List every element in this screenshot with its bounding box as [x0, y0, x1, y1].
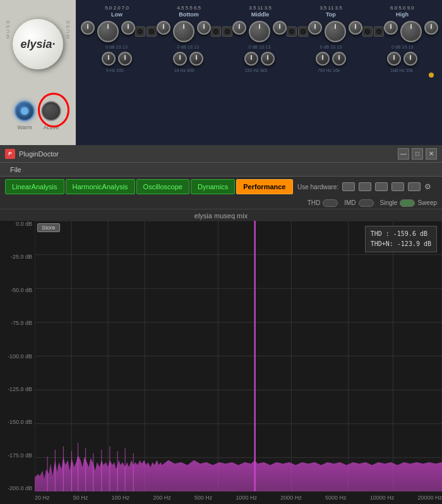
band-label-middle: Middle	[251, 11, 270, 18]
knob-top-1[interactable]	[308, 21, 322, 35]
knob-high-1[interactable]	[384, 21, 398, 35]
eq-settings-icon-8[interactable]: ⚙	[374, 26, 384, 37]
hw-icon-2[interactable]	[359, 182, 371, 191]
x-label-2khz: 2000 Hz	[280, 495, 302, 501]
knob-high-3[interactable]	[424, 21, 438, 35]
x-label-20hz: 20 Hz	[35, 495, 50, 501]
knob-freq-mid-2[interactable]	[261, 52, 275, 66]
x-label-5khz: 5000 Hz	[325, 495, 347, 501]
chart-container: Store THD : -159.6 dB THD+N: -123.9 dB 2…	[35, 221, 442, 504]
freq-numbers-1: 5.0 2.0 7.0	[105, 5, 129, 11]
hw-icon-5[interactable]	[408, 182, 421, 191]
thd-toggle[interactable]	[323, 199, 338, 207]
hw-icon-gear[interactable]: ⚙	[424, 182, 437, 191]
warm-button[interactable]	[15, 101, 35, 121]
freq-numbers-4: 3.5 11 3.5	[320, 5, 342, 11]
knob-mid-1[interactable]	[232, 21, 246, 35]
tab-linear-analysis[interactable]: LinearAnalysis	[5, 179, 64, 194]
freq-top: 0 dB 1S 13	[320, 45, 342, 49]
hw-icon-1[interactable]	[342, 182, 355, 191]
close-button[interactable]: ✕	[426, 148, 437, 160]
knob-bottom-2[interactable]	[173, 21, 194, 42]
x-axis: 20 Hz 50 Hz 100 Hz 200 Hz 500 Hz 1000 Hz…	[35, 491, 442, 504]
single-sweep-row: Single Sweep	[380, 199, 437, 207]
knob-bottom-1[interactable]	[157, 21, 170, 35]
knob-low-1[interactable]	[81, 21, 95, 35]
knob-low-3[interactable]	[121, 21, 135, 35]
menu-bar: File	[0, 163, 442, 177]
eq-settings-icon-3[interactable]: ⚙	[211, 26, 221, 37]
knob-mid-2[interactable]	[249, 21, 270, 42]
knob-freq-bottom-2[interactable]	[189, 52, 203, 66]
single-sweep-toggle[interactable]	[400, 199, 415, 207]
freq-bottom: 0 dB 1S 13	[177, 45, 199, 49]
knob-freq-mid-1[interactable]	[244, 52, 258, 66]
logo-circle: elysia·	[13, 19, 63, 69]
hw-icon-4[interactable]	[391, 182, 404, 191]
knob-freq-high-1[interactable]	[387, 52, 401, 66]
hz-top: 700 Hz 16k	[318, 68, 340, 73]
knob-row-bottom	[81, 50, 438, 67]
imd-label: IMD	[344, 199, 355, 206]
warm-button-group: Warm	[15, 101, 35, 131]
active-button[interactable]	[41, 101, 61, 121]
tab-performance[interactable]: Performance	[236, 179, 292, 194]
analysis-options: THD IMD Single Sweep	[0, 197, 442, 209]
active-button-group: Active	[41, 101, 61, 131]
eq-settings-icon-4[interactable]: ⚙	[222, 26, 232, 37]
y-label-8: -200.0 dB	[0, 485, 32, 491]
eq-settings-icon-2[interactable]: ⚙	[146, 26, 157, 37]
muse-label-right: MUSE	[65, 19, 71, 38]
knob-mid-3[interactable]	[273, 21, 287, 35]
maximize-button[interactable]: □	[412, 148, 423, 160]
logo-section: MUSE MUSE elysia· Warm Active	[0, 0, 76, 145]
eq-settings-icon-5[interactable]: ⚙	[287, 26, 297, 37]
x-label-500hz: 500 Hz	[194, 495, 213, 501]
hardware-label: Use hardware:	[297, 184, 338, 190]
freq-mid: 0 dB 1S 13	[249, 45, 271, 49]
tab-harmonic-analysis[interactable]: HarmonicAnalysis	[66, 179, 135, 194]
x-label-1khz: 1000 Hz	[236, 495, 258, 501]
knob-bottom-3[interactable]	[197, 21, 211, 35]
menu-file[interactable]: File	[5, 166, 27, 173]
knob-low-2[interactable]	[97, 21, 119, 42]
tab-dynamics[interactable]: Dynamics	[191, 179, 235, 194]
store-button[interactable]: Store	[37, 223, 60, 232]
knob-freq-low-2[interactable]	[118, 52, 132, 66]
thd-label: THD	[308, 199, 321, 206]
x-label-200hz: 200 Hz	[153, 495, 171, 501]
tab-oscilloscope[interactable]: Oscilloscope	[136, 179, 189, 194]
knob-freq-low-1[interactable]	[102, 52, 116, 66]
hw-icon-3[interactable]	[375, 182, 388, 191]
x-label-10khz: 10000 Hz	[370, 495, 395, 501]
knob-freq-high-2[interactable]	[403, 52, 417, 66]
knob-top-2[interactable]	[325, 21, 346, 42]
knob-freq-top-2[interactable]	[332, 52, 346, 66]
eq-settings-icon-1[interactable]: ⚙	[135, 26, 145, 37]
y-label-5: -125.0 dB	[0, 386, 32, 392]
y-label-1: -25.0 dB	[0, 254, 32, 260]
eq-settings-icon-6[interactable]: ⚙	[298, 26, 308, 37]
y-label-2: -50.0 dB	[0, 287, 32, 293]
x-label-50hz: 50 Hz	[73, 495, 88, 501]
thdn-value: THD+N: -123.9 dB	[371, 239, 431, 249]
tabs-row: LinearAnalysis HarmonicAnalysis Oscillos…	[0, 177, 442, 197]
y-label-3: -75.0 dB	[0, 320, 32, 326]
app-icon: P	[5, 149, 15, 159]
y-label-6: -150.0 dB	[0, 419, 32, 425]
tabs-left: LinearAnalysis HarmonicAnalysis Oscillos…	[5, 179, 293, 194]
muse-label-left: MUSE	[5, 19, 11, 38]
plugin-ui: MUSE MUSE elysia· Warm Active	[0, 0, 442, 145]
freq-high: 0 dB 1S 13	[391, 45, 414, 49]
knob-freq-top-1[interactable]	[316, 52, 330, 66]
knob-high-2[interactable]	[400, 21, 422, 42]
knob-top-3[interactable]	[349, 21, 362, 35]
x-label-20khz: 20000 Hz	[417, 495, 442, 501]
knob-freq-bottom-1[interactable]	[173, 52, 187, 66]
imd-toggle[interactable]	[359, 199, 374, 207]
freq-numbers-3: 3.5 11 3.5	[249, 5, 272, 11]
minimize-button[interactable]: —	[398, 148, 409, 160]
eq-settings-icon-7[interactable]: ⚙	[362, 26, 373, 37]
hz-low: 9 Hz 200	[106, 68, 124, 73]
hz-labels-row: 9 Hz 200 18 Hz 400 150 Hz 3k5 700 Hz 16k…	[81, 67, 438, 74]
